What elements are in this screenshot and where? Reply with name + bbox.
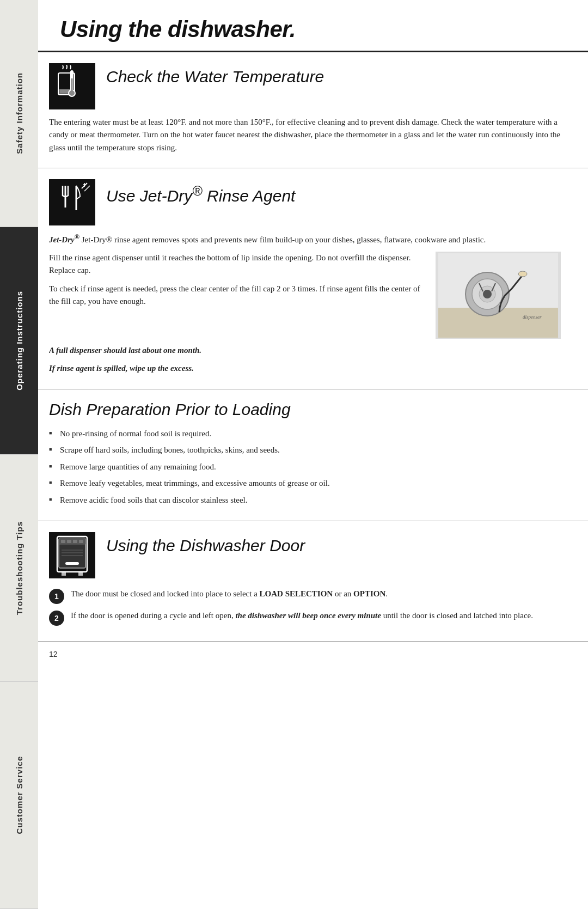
svg-rect-32 [78,572,83,576]
jet-dry-intro-text: Jet-Dry® rinse agent removes spots and p… [82,235,486,244]
svg-line-9 [84,186,90,191]
sidebar-section-customer[interactable]: Customer Service [0,682,38,909]
step-text-1: The door must be closed and locked into … [71,588,561,600]
jet-dry-icon [49,179,95,225]
svg-rect-24 [67,540,71,543]
list-item: Scrape off hard soils, including bones, … [49,442,561,459]
door-step-2: 2 If the door is opened during a cycle a… [49,607,561,629]
dishwasher-door-icon [49,532,95,578]
door-step-1: 1 The door must be closed and locked int… [49,585,561,607]
jet-dry-brand: Jet-Dry® [49,235,79,244]
list-item: Remove leafy vegetables, meat trimmings,… [49,475,561,492]
list-item: Remove large quantities of any remaining… [49,459,561,475]
jet-dry-note1: A full dispenser should last about one m… [49,344,561,357]
sidebar-label-customer: Customer Service [15,756,24,834]
svg-rect-25 [73,540,77,543]
door-header: Using the Dishwasher Door [49,532,561,578]
door-title: Using the Dishwasher Door [106,532,561,554]
svg-rect-27 [65,562,79,565]
dispenser-svg: dispenser [438,253,558,338]
thermometer-icon [49,63,95,109]
svg-rect-31 [62,572,66,576]
svg-text:dispenser: dispenser [523,314,542,320]
jet-dry-body: Jet-Dry® Jet-Dry® rinse agent removes sp… [49,232,561,381]
page-title: Using the dishwasher. [60,16,561,42]
step-text-2: If the door is opened during a cycle and… [71,609,561,622]
page-title-section: Using the dishwasher. [38,0,588,52]
sidebar-section-safety[interactable]: Safety Information [0,0,38,227]
jet-dry-intro: Jet-Dry® Jet-Dry® rinse agent removes sp… [49,232,561,246]
sidebar-section-troubleshooting[interactable]: Troubleshooting Tips [0,455,38,682]
dishwasher-svg [52,534,93,577]
dish-prep-header: Dish Preparation Prior to Loading [49,400,561,419]
dish-prep-section: Dish Preparation Prior to Loading No pre… [38,389,588,522]
water-temp-header: Check the Water Temperature [49,63,561,109]
water-temp-body: The entering water must be at least 120°… [49,116,561,154]
jet-dry-title: Use Jet-Dry® Rinse Agent [106,179,561,205]
sidebar-label-safety: Safety Information [15,72,24,154]
beep-text: the dishwasher will beep once every minu… [235,611,381,620]
door-section: Using the Dishwasher Door 1 The door mus… [38,521,588,642]
dish-prep-list: No pre-rinsing of normal food soil is re… [49,425,561,509]
thermometer-svg [52,65,93,108]
jet-dry-section: Use Jet-Dry® Rinse Agent Jet-Dry® Jet-Dr… [38,168,588,389]
sidebar: Safety Information Operating Instruction… [0,0,38,909]
dispenser-image: dispenser [436,252,561,339]
option-text: OPTION [353,589,385,598]
svg-point-5 [69,90,75,96]
page-number: 12 [49,650,58,658]
jet-dry-float-container: dispenser Fill the rinse agent dispenser… [49,252,561,344]
step-number-1: 1 [49,589,64,604]
sidebar-label-operating: Operating Instructions [15,291,24,391]
door-steps: 1 The door must be closed and locked int… [49,585,561,629]
water-temp-section: Check the Water Temperature The entering… [38,52,588,168]
dish-prep-body: No pre-rinsing of normal food soil is re… [49,425,561,509]
dish-prep-title: Dish Preparation Prior to Loading [49,400,561,419]
sidebar-label-troubleshooting: Troubleshooting Tips [15,521,24,615]
list-item: Remove acidic food soils that can discol… [49,492,561,509]
svg-point-18 [518,271,527,277]
list-item: No pre-rinsing of normal food soil is re… [49,425,561,442]
page-number-section: 12 [38,642,588,667]
svg-rect-23 [61,540,65,543]
main-content: Using the dishwasher. [38,0,588,909]
jet-dry-header: Use Jet-Dry® Rinse Agent [49,179,561,225]
jet-dry-note2: If rinse agent is spilled, wipe up the e… [49,362,561,375]
sidebar-section-operating[interactable]: Operating Instructions [0,227,38,454]
door-body: 1 The door must be closed and locked int… [49,585,561,629]
jet-dry-svg [52,180,93,224]
load-selection-text: LOAD SELECTION [260,589,333,598]
svg-rect-26 [79,540,83,543]
step-number-2: 2 [49,611,64,626]
water-temp-text: The entering water must be at least 120°… [49,116,561,154]
water-temp-title: Check the Water Temperature [106,63,561,86]
svg-point-17 [483,290,492,298]
